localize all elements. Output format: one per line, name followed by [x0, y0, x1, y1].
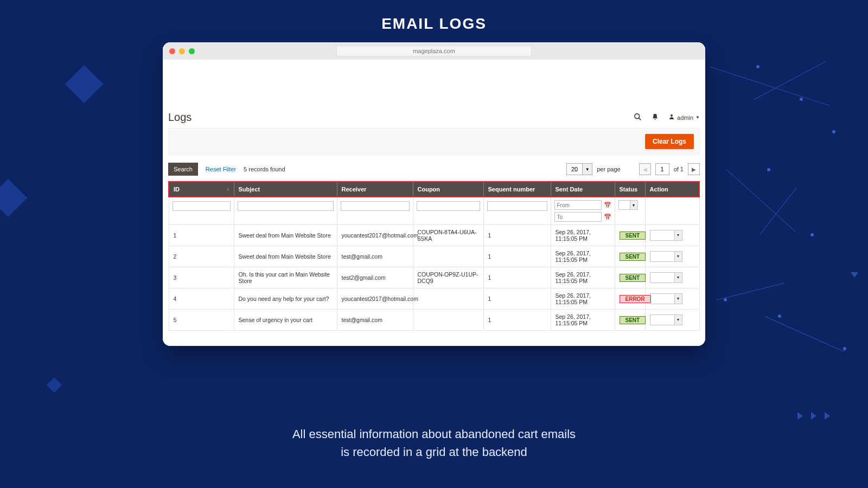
- search-icon[interactable]: [634, 113, 642, 123]
- cell-subject: Sense of urgency in your cart: [234, 310, 337, 331]
- col-coupon[interactable]: Coupon: [413, 182, 483, 197]
- table-row: 5Sense of urgency in your carttest@gmail…: [169, 310, 699, 331]
- next-page-button[interactable]: ▶: [688, 163, 700, 175]
- col-status[interactable]: Status: [615, 182, 645, 197]
- cell-action: ▼: [645, 225, 699, 246]
- cell-sent-date: Sep 26, 2017, 11:15:05 PM: [551, 225, 615, 246]
- cell-status: SENT: [615, 310, 645, 331]
- cell-id: 4: [169, 288, 234, 310]
- per-page-select[interactable]: 20 ▼: [566, 163, 592, 175]
- table-row: 4Do you need any help for your cart?youc…: [169, 288, 699, 310]
- calendar-icon[interactable]: 📅: [604, 214, 611, 221]
- cell-id: 2: [169, 246, 234, 267]
- filter-status-select[interactable]: ▼: [618, 200, 638, 210]
- admin-menu[interactable]: admin ▼: [668, 113, 700, 121]
- cell-action: ▼: [645, 310, 699, 331]
- page-number-input[interactable]: [655, 163, 669, 175]
- filter-coupon-input[interactable]: [417, 201, 480, 211]
- status-badge: SENT: [620, 232, 646, 240]
- sort-down-icon: ↓: [227, 186, 229, 191]
- col-sequent[interactable]: Sequent number: [483, 182, 551, 197]
- notifications-icon[interactable]: [652, 113, 659, 122]
- status-badge: SENT: [620, 274, 646, 282]
- cell-status: SENT: [615, 225, 645, 246]
- calendar-icon[interactable]: 📅: [604, 202, 611, 209]
- filter-receiver-input[interactable]: [341, 201, 410, 211]
- window-maximize-icon[interactable]: [189, 48, 195, 54]
- cell-sequent: 1: [483, 267, 551, 288]
- table-row: 1Sweet deal from Main Website Storeyouca…: [169, 225, 699, 246]
- clear-logs-button[interactable]: Clear Logs: [645, 134, 694, 149]
- chevron-down-icon: ▼: [674, 294, 682, 304]
- user-icon: [668, 113, 675, 121]
- col-id[interactable]: ID↓: [169, 182, 234, 197]
- window-close-icon[interactable]: [169, 48, 175, 54]
- cell-subject: Sweet deal from Main Website Store: [234, 246, 337, 267]
- svg-point-2: [671, 114, 673, 117]
- cell-coupon: [413, 288, 483, 310]
- status-badge: ERROR: [620, 295, 651, 303]
- cell-sequent: 1: [483, 225, 551, 246]
- chevron-down-icon: ▼: [630, 201, 637, 209]
- per-page-value: 20: [567, 166, 582, 172]
- row-action-select[interactable]: ▼: [650, 230, 682, 241]
- footer-caption: All essential information about abandone…: [0, 425, 868, 461]
- chevron-down-icon: ▼: [582, 164, 592, 175]
- chevron-down-icon: ▼: [674, 315, 682, 325]
- browser-window: mageplaza.com Logs admin ▼: [163, 42, 705, 346]
- url-bar[interactable]: mageplaza.com: [336, 46, 532, 56]
- search-button[interactable]: Search: [168, 163, 198, 176]
- col-receiver[interactable]: Receiver: [337, 182, 413, 197]
- cell-sent-date: Sep 26, 2017, 11:15:05 PM: [551, 246, 615, 267]
- filter-sequent-input[interactable]: [487, 201, 547, 211]
- col-subject[interactable]: Subject: [234, 182, 337, 197]
- records-found: 5 records found: [244, 166, 285, 172]
- page-of-label: of 1: [674, 166, 684, 172]
- status-badge: SENT: [620, 253, 646, 261]
- cell-coupon: COUPON-OP9Z-U1UP-DCQ9: [413, 267, 483, 288]
- col-action[interactable]: Action: [645, 182, 699, 197]
- table-row: 2Sweet deal from Main Website Storetest@…: [169, 246, 699, 267]
- filter-subject-input[interactable]: [238, 201, 334, 211]
- cell-id: 3: [169, 267, 234, 288]
- window-minimize-icon[interactable]: [179, 48, 185, 54]
- chevron-down-icon: ▼: [674, 230, 682, 240]
- reset-filter-link[interactable]: Reset Filter: [206, 166, 236, 172]
- svg-line-1: [639, 118, 641, 120]
- table-row: 3Oh. Is this your cart in Main Website S…: [169, 267, 699, 288]
- cell-sent-date: Sep 26, 2017, 11:15:05 PM: [551, 267, 615, 288]
- filter-date-to-input[interactable]: [554, 212, 602, 222]
- page-title: Logs: [168, 111, 192, 124]
- cell-sequent: 1: [483, 288, 551, 310]
- col-sent-date[interactable]: Sent Date: [551, 182, 615, 197]
- cell-action: ▼: [645, 288, 699, 310]
- row-action-select[interactable]: ▼: [650, 293, 682, 304]
- action-bar: Clear Logs: [168, 128, 700, 155]
- row-action-select[interactable]: ▼: [650, 251, 682, 262]
- cell-coupon: [413, 246, 483, 267]
- admin-label: admin: [677, 114, 693, 121]
- cell-subject: Oh. Is this your cart in Main Website St…: [234, 267, 337, 288]
- cell-id: 5: [169, 310, 234, 331]
- row-action-select[interactable]: ▼: [650, 314, 682, 325]
- cell-receiver: test2@gmail.com: [337, 267, 413, 288]
- cell-status: ERROR: [615, 288, 645, 310]
- filter-id-input[interactable]: [173, 201, 231, 211]
- cell-sent-date: Sep 26, 2017, 11:15:05 PM: [551, 288, 615, 310]
- filter-date-from-input[interactable]: [554, 200, 602, 210]
- cell-coupon: COUPON-8TA4-U6UA-6SKA: [413, 225, 483, 246]
- browser-titlebar: mageplaza.com: [163, 42, 705, 60]
- cell-sequent: 1: [483, 246, 551, 267]
- chevron-down-icon: ▼: [674, 252, 682, 261]
- cell-receiver: test@gmail.com: [337, 310, 413, 331]
- hero-title: EMAIL LOGS: [0, 0, 868, 42]
- cell-action: ▼: [645, 246, 699, 267]
- cell-status: SENT: [615, 267, 645, 288]
- cell-action: ▼: [645, 267, 699, 288]
- per-page-label: per page: [597, 166, 620, 172]
- row-action-select[interactable]: ▼: [650, 272, 682, 283]
- prev-page-button[interactable]: ◀: [639, 163, 651, 175]
- status-badge: SENT: [620, 316, 646, 324]
- cell-sequent: 1: [483, 310, 551, 331]
- svg-point-0: [635, 113, 640, 118]
